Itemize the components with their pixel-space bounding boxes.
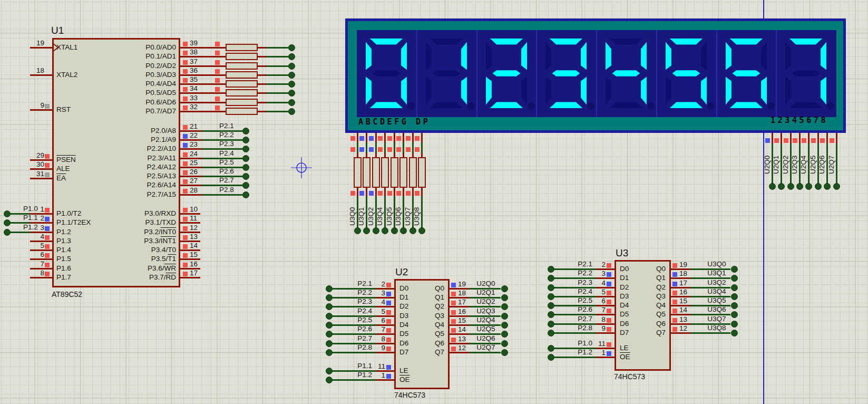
wire[interactable] [384, 153, 386, 157]
wire[interactable] [551, 332, 596, 334]
pin-stub[interactable] [799, 133, 801, 143]
junction-terminal[interactable] [242, 155, 249, 162]
wire[interactable] [412, 142, 414, 153]
wire[interactable] [258, 47, 266, 49]
junction-terminal[interactable] [787, 183, 794, 190]
wire[interactable] [266, 83, 288, 85]
junction-terminal[interactable] [242, 173, 249, 180]
pullup-resistor[interactable] [226, 80, 258, 88]
junction-terminal[interactable] [833, 183, 840, 190]
junction-terminal[interactable] [288, 44, 295, 51]
net-label[interactable]: P2.4 [578, 287, 592, 295]
junction-terminal[interactable] [382, 227, 388, 234]
pin-stub[interactable] [403, 133, 404, 142]
net-label[interactable]: P2.1 [578, 260, 592, 268]
junction-terminal[interactable] [501, 349, 508, 356]
net-label[interactable]: P1.2 [357, 371, 372, 379]
net-label[interactable]: P2.2 [578, 269, 592, 277]
chip-ref-u1[interactable]: U1 [51, 25, 64, 36]
chip-ref-u2[interactable]: U2 [395, 267, 408, 277]
net-label[interactable]: U3Q2 [367, 207, 375, 226]
net-label[interactable]: P2.1 [219, 122, 234, 130]
net-label[interactable]: U3Q6 [707, 305, 726, 313]
junction-terminal[interactable] [326, 313, 333, 320]
pin-stub[interactable] [781, 133, 782, 143]
net-label[interactable]: P2.7 [219, 176, 234, 184]
wire[interactable] [375, 142, 377, 153]
junction-terminal[interactable] [4, 219, 11, 226]
junction-terminal[interactable] [731, 321, 738, 328]
net-label[interactable]: P2.5 [357, 316, 372, 324]
net-label[interactable]: P1.2 [578, 348, 592, 356]
wire[interactable] [357, 153, 358, 157]
junction-terminal[interactable] [288, 63, 295, 70]
pullup-resistor[interactable] [226, 44, 258, 51]
wire[interactable] [7, 232, 30, 233]
wire[interactable] [421, 196, 423, 230]
junction-terminal[interactable] [548, 275, 554, 282]
segment-resistor[interactable] [372, 157, 380, 188]
pullup-resistor[interactable] [226, 89, 258, 97]
wire[interactable] [258, 92, 266, 94]
segment-resistor[interactable] [399, 157, 407, 188]
junction-terminal[interactable] [4, 210, 11, 217]
pullup-resistor[interactable] [226, 71, 258, 79]
net-label[interactable]: P1.0 [578, 339, 592, 347]
wire[interactable] [421, 153, 423, 157]
wire[interactable] [551, 357, 596, 358]
net-label[interactable]: U2Q1 [476, 288, 495, 296]
pin-stub[interactable] [421, 133, 423, 142]
net-label[interactable]: U3Q7 [707, 315, 726, 323]
junction-terminal[interactable] [778, 183, 785, 190]
junction-terminal[interactable] [326, 303, 333, 310]
wire[interactable] [836, 143, 837, 184]
net-label[interactable]: P2.4 [357, 307, 372, 315]
pin-stub[interactable] [808, 133, 810, 143]
junction-terminal[interactable] [796, 183, 803, 190]
junction-terminal[interactable] [288, 108, 295, 115]
net-label[interactable]: U2Q0 [763, 156, 771, 174]
wire[interactable] [258, 111, 266, 112]
wire[interactable] [266, 102, 288, 103]
junction-terminal[interactable] [288, 90, 295, 97]
wire[interactable] [690, 332, 730, 334]
pin-stub[interactable] [180, 102, 226, 103]
junction-terminal[interactable] [354, 227, 361, 234]
net-label[interactable]: U3Q4 [707, 287, 726, 295]
pin-stub[interactable] [412, 133, 414, 142]
junction-terminal[interactable] [391, 227, 398, 234]
pin-stub[interactable] [180, 83, 226, 85]
net-label[interactable]: P2.8 [578, 324, 592, 332]
wire[interactable] [258, 102, 266, 103]
junction-terminal[interactable] [242, 146, 249, 152]
junction-terminal[interactable] [326, 322, 333, 329]
junction-terminal[interactable] [326, 340, 333, 347]
junction-terminal[interactable] [242, 137, 249, 143]
junction-terminal[interactable] [815, 183, 822, 190]
net-label[interactable]: U3Q1 [357, 207, 365, 226]
junction-terminal[interactable] [4, 229, 11, 236]
wire[interactable] [384, 142, 386, 153]
net-label[interactable]: U2Q6 [476, 334, 495, 342]
net-label[interactable]: U3Q0 [348, 207, 356, 226]
net-label[interactable]: P2.3 [578, 278, 592, 286]
pin-stub[interactable] [817, 133, 819, 143]
wire[interactable] [266, 74, 288, 76]
junction-terminal[interactable] [501, 285, 508, 292]
wire[interactable] [412, 153, 414, 157]
net-label[interactable]: P2.7 [357, 334, 372, 342]
net-label[interactable]: U2Q5 [809, 156, 817, 174]
wire[interactable] [375, 153, 377, 157]
net-label[interactable]: U2Q1 [772, 156, 780, 174]
junction-terminal[interactable] [326, 331, 333, 338]
wire[interactable] [403, 153, 404, 157]
junction-terminal[interactable] [548, 284, 554, 291]
wire[interactable] [394, 153, 395, 157]
junction-terminal[interactable] [363, 227, 370, 234]
wire[interactable] [258, 83, 266, 85]
junction-terminal[interactable] [731, 284, 738, 291]
net-label[interactable]: U2Q0 [476, 280, 495, 287]
net-label[interactable]: U3Q2 [707, 278, 726, 286]
pin-stub[interactable] [384, 133, 386, 142]
segment-resistor[interactable] [409, 157, 417, 188]
